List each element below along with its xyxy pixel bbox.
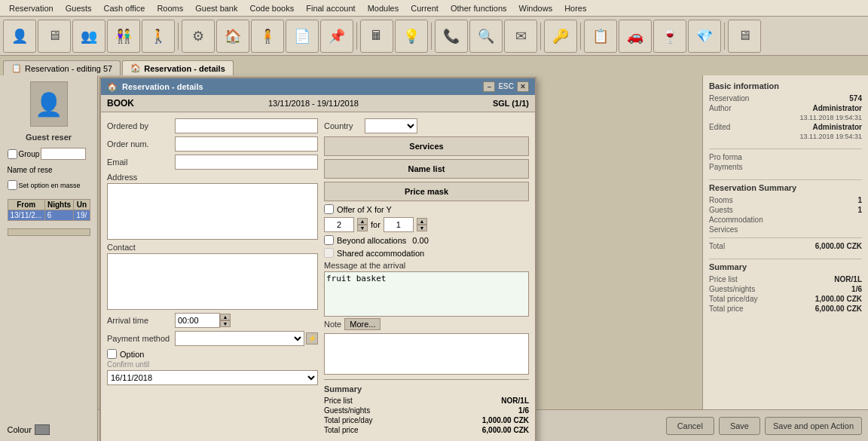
ordered-by-input[interactable]: [175, 118, 318, 133]
more-button[interactable]: More...: [344, 318, 381, 330]
contact-textarea[interactable]: [107, 253, 318, 310]
email-input[interactable]: [175, 155, 318, 170]
message-textarea[interactable]: fruit basket: [324, 271, 529, 317]
pricemask-button[interactable]: Price mask: [324, 182, 529, 201]
car-icon: 🚗: [627, 28, 643, 44]
spin1-down[interactable]: ▼: [357, 225, 368, 231]
toolbar-screen-btn[interactable]: 🖥: [38, 20, 71, 53]
menu-guests[interactable]: Guests: [60, 2, 98, 14]
order-num-input[interactable]: [175, 136, 318, 152]
table-row[interactable]: 13/11/2... 6 19/: [8, 210, 90, 221]
spin1-up[interactable]: ▲: [357, 218, 368, 225]
toolbar-car-btn[interactable]: 🚗: [619, 20, 652, 53]
toolbar-search-btn[interactable]: 🔍: [469, 20, 503, 53]
toolbar-wine-btn[interactable]: 🍷: [653, 20, 686, 53]
confirm-until-select[interactable]: 16/11/2018: [107, 370, 318, 385]
dialog-esc-label: ESC: [498, 81, 514, 92]
toolbar-phone-btn[interactable]: 📞: [435, 20, 468, 53]
rooms-row: Rooms 1: [709, 195, 862, 205]
menu-bar: Reservation Guests Cash office Rooms Gue…: [0, 0, 868, 17]
toolbar-monitor-btn[interactable]: 🖥: [728, 20, 761, 53]
note-textarea[interactable]: [324, 333, 529, 375]
dialog-minimize-btn[interactable]: –: [483, 81, 495, 92]
payment-icon[interactable]: ⚡: [306, 332, 318, 345]
toolbar-user-btn[interactable]: 👤: [3, 20, 36, 53]
toolbar-people-btn[interactable]: 👫: [107, 20, 140, 53]
spin2-down[interactable]: ▼: [417, 225, 427, 231]
toolbar-diamond-btn[interactable]: 💎: [688, 20, 721, 53]
namelist-button[interactable]: Name list: [324, 159, 529, 179]
menu-final-account[interactable]: Final account: [300, 2, 361, 14]
country-row: Country: [324, 118, 529, 133]
main-dialog: 🏠 Reservation - details – ESC ✕ BOOK 13/…: [99, 77, 536, 441]
country-select[interactable]: [365, 118, 417, 133]
toolbar-group-btn[interactable]: 👥: [72, 20, 105, 53]
guest-avatar: 👤: [30, 81, 68, 127]
toolbar-key-btn[interactable]: 🔑: [544, 20, 577, 53]
toolbar-lightbulb-btn[interactable]: 💡: [395, 20, 428, 53]
menu-rooms[interactable]: Rooms: [151, 2, 189, 14]
toolbar-copy-btn[interactable]: 📋: [584, 20, 617, 53]
save-action-button[interactable]: Save and open Action: [765, 417, 862, 435]
menu-guest-bank[interactable]: Guest bank: [189, 2, 243, 14]
total-price-value2: 6,000.00 CZK: [815, 305, 862, 313]
guests-nights-label2: Guests/nights: [709, 285, 755, 293]
toolbar-settings-btn[interactable]: ⚙: [182, 20, 215, 53]
shared-checkbox[interactable]: [324, 248, 334, 258]
menu-current[interactable]: Current: [405, 2, 445, 14]
beyond-checkbox[interactable]: [324, 235, 334, 245]
price-list-row: Price list NOR/1L: [324, 396, 529, 406]
menu-windows[interactable]: Windows: [513, 2, 559, 14]
email-icon: ✉: [515, 28, 527, 44]
arrival-up-btn[interactable]: ▲: [220, 314, 231, 320]
proforma-row: Pro forma: [709, 152, 862, 162]
colour-box[interactable]: [35, 424, 50, 435]
option-checkbox[interactable]: [107, 349, 117, 359]
message-area: Message at the arrival fruit basket: [324, 261, 529, 318]
menu-other-functions[interactable]: Other functions: [445, 2, 513, 14]
contact-area: Contact: [107, 243, 318, 310]
tab-reservation-editing[interactable]: 📋 Reservation - editing 57: [3, 60, 121, 75]
address-textarea[interactable]: [107, 183, 318, 240]
toolbar-sep6: [724, 23, 725, 50]
menu-modules[interactable]: Modules: [362, 2, 405, 14]
tab-reservation-details[interactable]: 🏠 Reservation - details: [122, 60, 234, 75]
guests-value: 1: [857, 206, 862, 214]
bottom-save-button[interactable]: Save: [719, 417, 760, 435]
spin2-input[interactable]: 1: [384, 217, 414, 232]
menu-cash-office[interactable]: Cash office: [98, 2, 151, 14]
divider1: [709, 149, 862, 149]
edited-value: Administrator: [812, 123, 862, 131]
toolbar-pin-btn[interactable]: 📌: [320, 20, 353, 53]
payment-method-select[interactable]: [175, 331, 304, 346]
services-button[interactable]: Services: [324, 136, 529, 156]
toolbar-document-btn[interactable]: 📄: [286, 20, 319, 53]
spin2-up[interactable]: ▲: [417, 218, 427, 225]
group-checkbox[interactable]: [8, 149, 17, 159]
toolbar-person2-btn[interactable]: 🧍: [251, 20, 284, 53]
left-panel: 👤 Guest reser Group Name of rese Set opt…: [0, 75, 98, 441]
arrival-time-input[interactable]: 00:00: [175, 313, 220, 328]
pin-icon: 📌: [329, 28, 345, 44]
toolbar-calc-btn[interactable]: 🖩: [360, 20, 393, 53]
cancel-button[interactable]: Cancel: [666, 417, 714, 435]
total-price-day-row2: Total price/day 1,000.00 CZK: [709, 294, 862, 304]
toolbar-person-btn[interactable]: 🚶: [142, 20, 175, 53]
menu-hores[interactable]: Hores: [558, 2, 592, 14]
toolbar: 👤 🖥 👥 👫 🚶 ⚙ 🏠 🧍 📄 📌 🖩 💡 📞 🔍 ✉ 🔑 📋 🚗 🍷 💎 …: [0, 17, 868, 56]
toolbar-email-btn[interactable]: ✉: [504, 20, 537, 53]
total-row: Total 6,000.00 CZK: [709, 241, 862, 251]
arrival-down-btn[interactable]: ▼: [220, 320, 231, 327]
dialog-close-btn[interactable]: ✕: [517, 81, 529, 92]
toolbar-house-btn[interactable]: 🏠: [216, 20, 249, 53]
spin1-input[interactable]: 2: [324, 217, 354, 232]
set-option-checkbox[interactable]: [8, 180, 17, 190]
option-row: Option: [107, 349, 318, 359]
offer-checkbox[interactable]: [324, 204, 334, 214]
order-num-label: Order num.: [107, 139, 175, 149]
horizontal-scrollbar[interactable]: [8, 228, 90, 236]
group-input[interactable]: [41, 148, 86, 160]
menu-reservation[interactable]: Reservation: [3, 2, 60, 14]
menu-code-books[interactable]: Code books: [244, 2, 301, 14]
confirm-row: Confirm until 16/11/2018: [107, 360, 318, 385]
